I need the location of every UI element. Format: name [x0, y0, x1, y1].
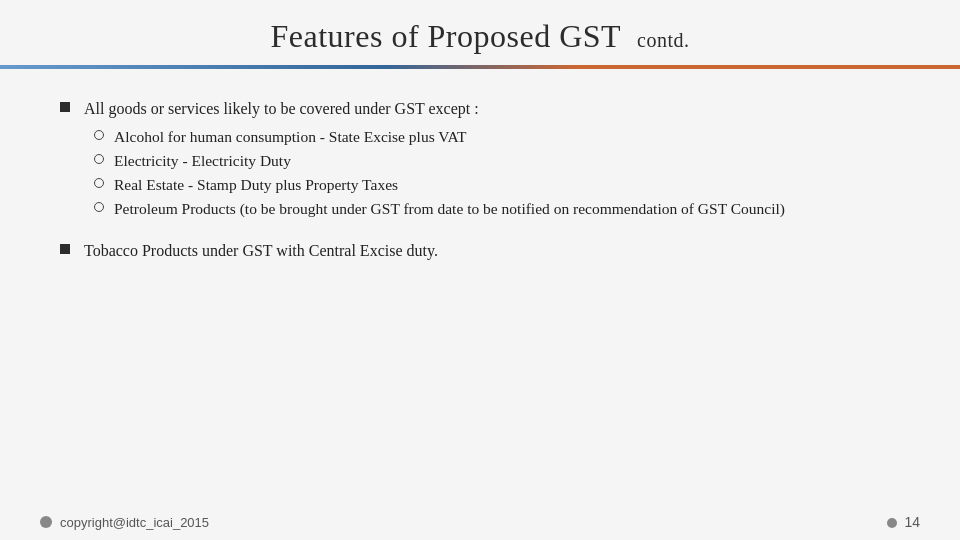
footer-page: 14 — [887, 514, 920, 530]
bullet-section-1: All goods or services likely to be cover… — [60, 97, 900, 221]
slide-title: Features of Proposed GST contd. — [0, 18, 960, 55]
footer-copyright: copyright@idtc_icai_2015 — [40, 515, 209, 530]
sub-item-text: Electricity - Electricity Duty — [114, 149, 900, 173]
bullet-square-icon — [60, 102, 70, 112]
slide: Features of Proposed GST contd. All good… — [0, 0, 960, 540]
bullet-content-2: Tobacco Products under GST with Central … — [84, 239, 900, 263]
bullet-content-1: All goods or services likely to be cover… — [84, 97, 900, 221]
bullet-main-text-1: All goods or services likely to be cover… — [84, 97, 900, 121]
slide-header: Features of Proposed GST contd. — [0, 0, 960, 69]
bullet-section-2: Tobacco Products under GST with Central … — [60, 239, 900, 263]
list-item: Electricity - Electricity Duty — [94, 149, 900, 173]
list-item: Alcohol for human consumption - State Ex… — [94, 125, 900, 149]
slide-footer: copyright@idtc_icai_2015 14 — [0, 508, 960, 540]
header-underline — [0, 65, 960, 69]
slide-content: All goods or services likely to be cover… — [0, 69, 960, 540]
bullet-square-icon — [60, 244, 70, 254]
circle-bullet-icon — [94, 130, 104, 140]
circle-bullet-icon — [94, 178, 104, 188]
sub-list-1: Alcohol for human consumption - State Ex… — [84, 125, 900, 221]
title-main: Features of Proposed GST — [271, 18, 621, 54]
footer-dot-icon — [40, 516, 52, 528]
page-number: 14 — [904, 514, 920, 530]
sub-item-text: Petroleum Products (to be brought under … — [114, 197, 900, 221]
list-item: Real Estate - Stamp Duty plus Property T… — [94, 173, 900, 197]
page-dot-icon — [887, 518, 897, 528]
circle-bullet-icon — [94, 202, 104, 212]
title-suffix: contd. — [637, 29, 689, 51]
sub-item-text: Alcohol for human consumption - State Ex… — [114, 125, 900, 149]
circle-bullet-icon — [94, 154, 104, 164]
copyright-text: copyright@idtc_icai_2015 — [60, 515, 209, 530]
list-item: Petroleum Products (to be brought under … — [94, 197, 900, 221]
sub-item-text: Real Estate - Stamp Duty plus Property T… — [114, 173, 900, 197]
bullet-main-text-2: Tobacco Products under GST with Central … — [84, 239, 900, 263]
